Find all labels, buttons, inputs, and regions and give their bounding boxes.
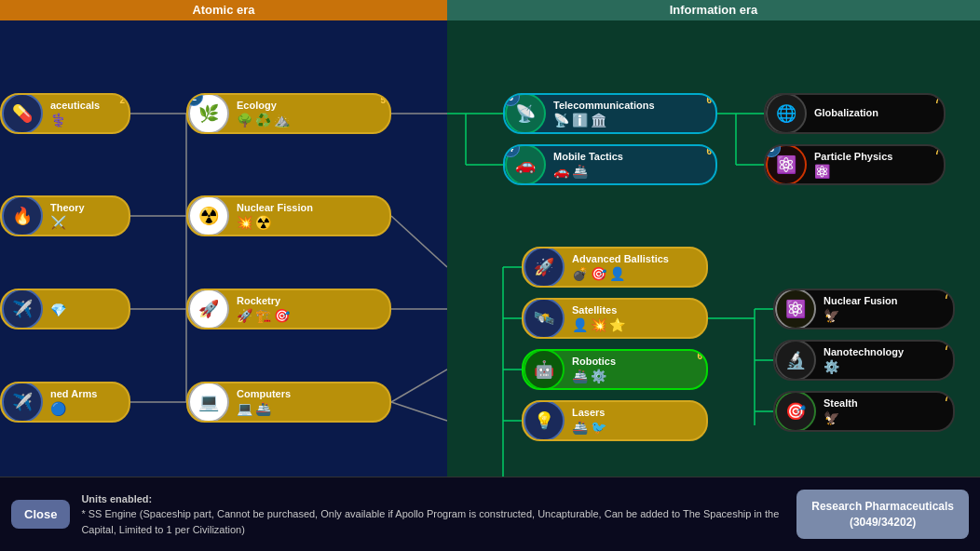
mobile-tactics-node[interactable]: 🚗 Mobile Tactics 🚗🚢 6 4 (503, 144, 717, 185)
pharmaceuticals-icon: 💊 (2, 93, 43, 134)
close-button[interactable]: Close (11, 500, 70, 529)
computers-node[interactable]: 💻 Computers 💻🚢 (186, 382, 391, 423)
svg-line-9 (391, 402, 447, 421)
ecology-node[interactable]: 🌿 Ecology 🌳♻️⛰️ 5 2 (186, 93, 391, 134)
advanced-ballistics-node[interactable]: 🚀 Advanced Ballistics 💣🎯👤 (522, 247, 708, 288)
adv-ballistics-icon: 🚀 (524, 247, 565, 288)
atomic-panel: 💊 aceuticals ⚕️ 2 🌿 Ecology 🌳♻️⛰️ 5 2 (0, 20, 447, 477)
atomic-era-header: Atomic era (0, 0, 447, 20)
rocketry-icon: 🚀 (188, 289, 229, 329)
bottom-bar: Close Units enabled: * SS Engine (Spaces… (0, 477, 980, 551)
robotics-node[interactable]: 🤖 Robotics 🚢⚙️ 6 (522, 349, 708, 390)
svg-line-8 (391, 370, 447, 402)
satellites-node[interactable]: 🛰️ Satellites 👤💥⭐ (522, 298, 708, 339)
game-theory-icon: 🔥 (2, 195, 43, 236)
rocketry-node-left[interactable]: ✈️ 💎 (0, 289, 130, 329)
lasers-node[interactable]: 💡 Lasers 🚢🐦 (522, 400, 708, 441)
nuclear-fission-node[interactable]: ☢️ Nuclear Fission 💥☢️ (186, 195, 391, 236)
telecom-node[interactable]: 📡 Telecommunications 📡ℹ️🏛️ 6 3 (503, 93, 717, 134)
globalization-node[interactable]: 🌐 Globalization 7 (764, 93, 946, 134)
combined-arms-node[interactable]: ✈️ ned Arms 🔵 (0, 382, 130, 423)
stealth-node[interactable]: 🎯 Stealth 🦅 7 (773, 391, 955, 432)
info-panel: 📡 Telecommunications 📡ℹ️🏛️ 6 3 🌐 Globali… (447, 20, 980, 477)
nanotechnology-node[interactable]: 🔬 Nanotechnology ⚙️ 7 (773, 340, 955, 381)
globalization-icon: 🌐 (766, 93, 807, 134)
pharmaceuticals-node[interactable]: 💊 aceuticals ⚕️ 2 (0, 93, 130, 134)
computers-icon: 💻 (188, 382, 229, 423)
nuclear-fusion-icon: ⚛️ (775, 289, 816, 329)
rocketry-left-icon: ✈️ (2, 289, 43, 329)
nanotechnology-icon: 🔬 (775, 340, 816, 381)
game-theory-node[interactable]: 🔥 Theory ⚔️ (0, 195, 130, 236)
satellites-icon: 🛰️ (524, 298, 565, 339)
info-title: Units enabled: (81, 493, 152, 504)
lasers-icon: 💡 (524, 400, 565, 441)
nuclear-fusion-node[interactable]: ⚛️ Nuclear Fusion 🦅 7 (773, 289, 955, 329)
stealth-icon: 🎯 (775, 391, 816, 432)
nuclear-fission-icon: ☢️ (188, 195, 229, 236)
research-button[interactable]: Research Pharmaceuticals (3049/34202) (796, 490, 969, 540)
particle-physics-node[interactable]: ⚛️ Particle Physics ⚛️ 7 5 (764, 144, 946, 185)
rocketry-node[interactable]: 🚀 Rocketry 🚀🏗️🎯 (186, 289, 391, 329)
svg-line-3 (391, 216, 447, 267)
info-detail: * SS Engine (Spaceship part, Cannot be p… (81, 508, 779, 535)
units-info: Units enabled: * SS Engine (Spaceship pa… (81, 491, 785, 538)
combined-arms-icon: ✈️ (2, 382, 43, 423)
robotics-icon: 🤖 (524, 349, 565, 390)
info-era-header: Information era (447, 0, 980, 20)
